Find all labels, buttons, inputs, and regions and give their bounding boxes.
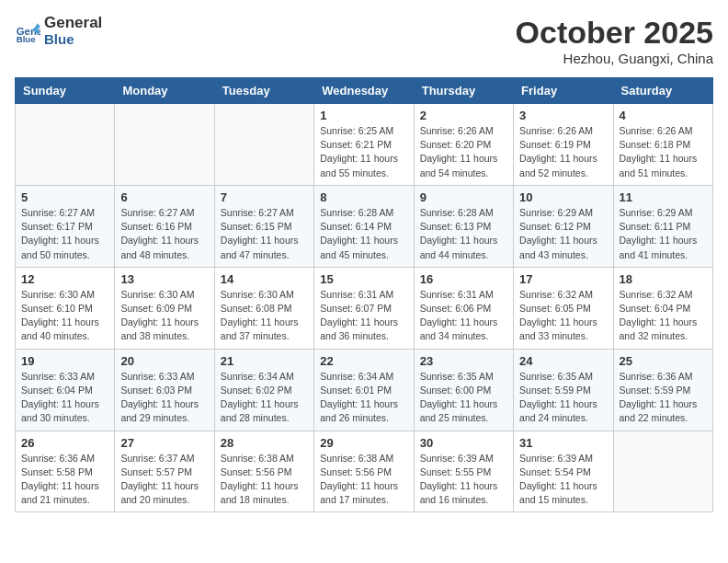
day-cell: 27Sunrise: 6:37 AM Sunset: 5:57 PM Dayli… <box>115 431 214 512</box>
day-cell: 2Sunrise: 6:26 AM Sunset: 6:20 PM Daylig… <box>414 104 513 186</box>
day-number: 1 <box>320 109 407 122</box>
day-info: Sunrise: 6:34 AM Sunset: 6:02 PM Dayligh… <box>221 370 308 426</box>
day-number: 19 <box>21 354 108 368</box>
day-cell: 5Sunrise: 6:27 AM Sunset: 6:17 PM Daylig… <box>16 185 115 267</box>
day-number: 27 <box>120 436 208 450</box>
day-cell: 13Sunrise: 6:30 AM Sunset: 6:09 PM Dayli… <box>115 267 214 349</box>
day-number: 8 <box>320 190 407 204</box>
day-number: 29 <box>320 436 407 450</box>
day-number: 14 <box>221 272 308 286</box>
day-info: Sunrise: 6:27 AM Sunset: 6:17 PM Dayligh… <box>21 206 108 262</box>
day-info: Sunrise: 6:26 AM Sunset: 6:18 PM Dayligh… <box>620 124 707 180</box>
day-info: Sunrise: 6:26 AM Sunset: 6:20 PM Dayligh… <box>420 124 507 180</box>
day-info: Sunrise: 6:28 AM Sunset: 6:14 PM Dayligh… <box>320 206 407 262</box>
day-number: 7 <box>221 190 308 204</box>
day-number: 28 <box>221 436 308 450</box>
page-header: General Blue General Blue October 2025 H… <box>15 15 713 66</box>
day-number: 5 <box>21 190 108 204</box>
day-cell: 31Sunrise: 6:39 AM Sunset: 5:54 PM Dayli… <box>514 431 613 512</box>
weekday-header-tuesday: Tuesday <box>214 78 313 104</box>
day-number: 22 <box>320 354 407 368</box>
day-cell <box>214 104 313 186</box>
weekday-header-row: SundayMondayTuesdayWednesdayThursdayFrid… <box>16 78 713 104</box>
title-block: October 2025 Hezhou, Guangxi, China <box>516 15 713 66</box>
day-cell <box>613 431 712 512</box>
logo: General Blue General Blue <box>15 15 102 47</box>
day-number: 11 <box>620 190 707 204</box>
day-cell: 17Sunrise: 6:32 AM Sunset: 6:05 PM Dayli… <box>514 267 613 349</box>
day-number: 30 <box>420 436 507 450</box>
day-info: Sunrise: 6:38 AM Sunset: 5:56 PM Dayligh… <box>221 452 308 508</box>
calendar-table: SundayMondayTuesdayWednesdayThursdayFrid… <box>15 77 713 512</box>
day-cell: 19Sunrise: 6:33 AM Sunset: 6:04 PM Dayli… <box>16 349 115 431</box>
day-number: 25 <box>620 354 707 368</box>
day-info: Sunrise: 6:34 AM Sunset: 6:01 PM Dayligh… <box>320 370 407 426</box>
weekday-header-friday: Friday <box>514 78 613 104</box>
day-number: 18 <box>620 272 707 286</box>
day-number: 10 <box>519 190 607 204</box>
day-cell: 16Sunrise: 6:31 AM Sunset: 6:06 PM Dayli… <box>414 267 513 349</box>
day-info: Sunrise: 6:28 AM Sunset: 6:13 PM Dayligh… <box>420 206 507 262</box>
month-title: October 2025 <box>516 15 713 51</box>
day-cell: 4Sunrise: 6:26 AM Sunset: 6:18 PM Daylig… <box>613 104 712 186</box>
day-cell: 22Sunrise: 6:34 AM Sunset: 6:01 PM Dayli… <box>314 349 414 431</box>
day-info: Sunrise: 6:37 AM Sunset: 5:57 PM Dayligh… <box>120 452 208 508</box>
day-cell: 12Sunrise: 6:30 AM Sunset: 6:10 PM Dayli… <box>16 267 115 349</box>
weekday-header-thursday: Thursday <box>414 78 513 104</box>
day-info: Sunrise: 6:33 AM Sunset: 6:04 PM Dayligh… <box>21 370 108 426</box>
day-cell: 24Sunrise: 6:35 AM Sunset: 5:59 PM Dayli… <box>514 349 613 431</box>
day-cell: 3Sunrise: 6:26 AM Sunset: 6:19 PM Daylig… <box>514 104 613 186</box>
weekday-header-monday: Monday <box>115 78 214 104</box>
day-info: Sunrise: 6:36 AM Sunset: 5:59 PM Dayligh… <box>620 370 707 426</box>
day-cell: 8Sunrise: 6:28 AM Sunset: 6:14 PM Daylig… <box>314 185 414 267</box>
day-info: Sunrise: 6:25 AM Sunset: 6:21 PM Dayligh… <box>320 124 407 180</box>
logo-icon: General Blue <box>15 18 40 44</box>
day-info: Sunrise: 6:36 AM Sunset: 5:58 PM Dayligh… <box>21 452 108 508</box>
day-number: 6 <box>120 190 208 204</box>
day-cell <box>115 104 214 186</box>
day-cell: 1Sunrise: 6:25 AM Sunset: 6:21 PM Daylig… <box>314 104 414 186</box>
day-cell: 10Sunrise: 6:29 AM Sunset: 6:12 PM Dayli… <box>514 185 613 267</box>
day-number: 4 <box>620 109 707 122</box>
day-number: 17 <box>519 272 607 286</box>
day-cell: 21Sunrise: 6:34 AM Sunset: 6:02 PM Dayli… <box>214 349 313 431</box>
day-number: 13 <box>120 272 208 286</box>
day-number: 31 <box>519 436 607 450</box>
day-number: 21 <box>221 354 308 368</box>
day-cell: 6Sunrise: 6:27 AM Sunset: 6:16 PM Daylig… <box>115 185 214 267</box>
day-cell: 26Sunrise: 6:36 AM Sunset: 5:58 PM Dayli… <box>16 431 115 512</box>
day-cell: 9Sunrise: 6:28 AM Sunset: 6:13 PM Daylig… <box>414 185 513 267</box>
day-number: 24 <box>519 354 607 368</box>
day-cell: 30Sunrise: 6:39 AM Sunset: 5:55 PM Dayli… <box>414 431 513 512</box>
day-number: 3 <box>519 109 607 122</box>
week-row-5: 26Sunrise: 6:36 AM Sunset: 5:58 PM Dayli… <box>16 431 713 512</box>
day-number: 23 <box>420 354 507 368</box>
week-row-3: 12Sunrise: 6:30 AM Sunset: 6:10 PM Dayli… <box>16 267 713 349</box>
weekday-header-saturday: Saturday <box>613 78 712 104</box>
day-info: Sunrise: 6:31 AM Sunset: 6:07 PM Dayligh… <box>320 288 407 344</box>
day-info: Sunrise: 6:30 AM Sunset: 6:10 PM Dayligh… <box>21 288 108 344</box>
day-cell: 20Sunrise: 6:33 AM Sunset: 6:03 PM Dayli… <box>115 349 214 431</box>
day-info: Sunrise: 6:26 AM Sunset: 6:19 PM Dayligh… <box>519 124 607 180</box>
day-cell: 15Sunrise: 6:31 AM Sunset: 6:07 PM Dayli… <box>314 267 414 349</box>
day-number: 26 <box>21 436 108 450</box>
day-cell: 11Sunrise: 6:29 AM Sunset: 6:11 PM Dayli… <box>613 185 712 267</box>
day-info: Sunrise: 6:32 AM Sunset: 6:05 PM Dayligh… <box>519 288 607 344</box>
day-info: Sunrise: 6:39 AM Sunset: 5:54 PM Dayligh… <box>519 452 607 508</box>
day-info: Sunrise: 6:30 AM Sunset: 6:09 PM Dayligh… <box>120 288 208 344</box>
day-cell: 23Sunrise: 6:35 AM Sunset: 6:00 PM Dayli… <box>414 349 513 431</box>
day-info: Sunrise: 6:27 AM Sunset: 6:15 PM Dayligh… <box>221 206 308 262</box>
day-cell: 7Sunrise: 6:27 AM Sunset: 6:15 PM Daylig… <box>214 185 313 267</box>
day-info: Sunrise: 6:32 AM Sunset: 6:04 PM Dayligh… <box>620 288 707 344</box>
day-cell <box>16 104 115 186</box>
week-row-2: 5Sunrise: 6:27 AM Sunset: 6:17 PM Daylig… <box>16 185 713 267</box>
day-number: 12 <box>21 272 108 286</box>
day-info: Sunrise: 6:35 AM Sunset: 6:00 PM Dayligh… <box>420 370 507 426</box>
day-number: 2 <box>420 109 507 122</box>
day-info: Sunrise: 6:27 AM Sunset: 6:16 PM Dayligh… <box>120 206 208 262</box>
day-cell: 28Sunrise: 6:38 AM Sunset: 5:56 PM Dayli… <box>214 431 313 512</box>
logo-general: General <box>44 15 102 32</box>
day-cell: 25Sunrise: 6:36 AM Sunset: 5:59 PM Dayli… <box>613 349 712 431</box>
day-info: Sunrise: 6:38 AM Sunset: 5:56 PM Dayligh… <box>320 452 407 508</box>
svg-text:Blue: Blue <box>17 34 36 44</box>
